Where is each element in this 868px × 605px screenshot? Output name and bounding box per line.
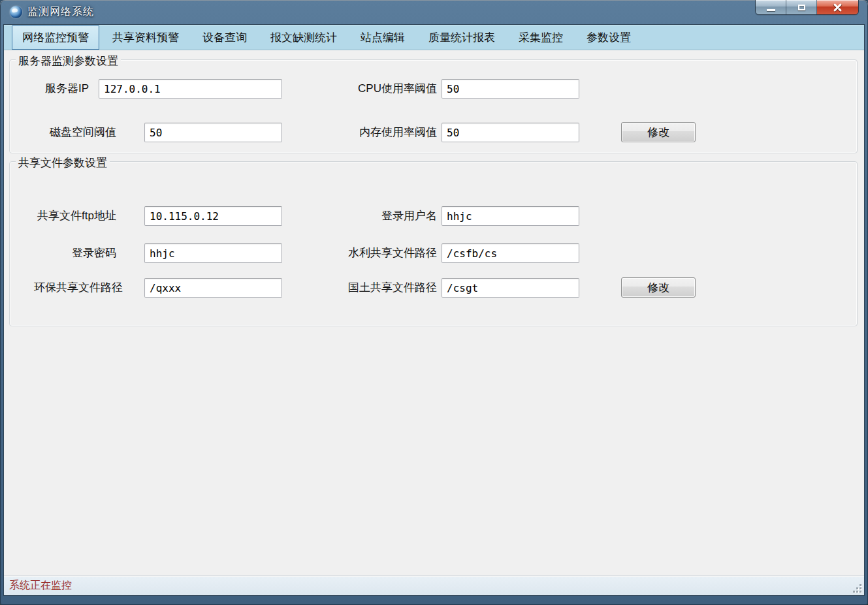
disk-threshold-input[interactable] <box>144 123 282 142</box>
tab-strip: 网络监控预警 共享资料预警 设备查询 报文缺测统计 站点编辑 质量统计报表 采集… <box>4 25 864 50</box>
minimize-button[interactable] <box>756 0 786 14</box>
maximize-button[interactable] <box>786 0 817 14</box>
server-modify-button[interactable]: 修改 <box>621 122 696 142</box>
server-params-group-title: 服务器监测参数设置 <box>16 54 121 69</box>
login-username-input[interactable] <box>442 206 579 226</box>
disk-threshold-label: 磁盘空间阈值 <box>16 123 116 142</box>
tab-network-monitor-alert[interactable]: 网络监控预警 <box>12 25 99 50</box>
ftp-address-label: 共享文件ftp地址 <box>10 206 116 226</box>
land-share-path-label: 国土共享文件路径 <box>304 278 437 298</box>
login-username-label: 登录用户名 <box>304 206 437 226</box>
status-message: 系统正在监控 <box>9 579 72 593</box>
close-button[interactable] <box>817 0 858 14</box>
env-share-path-input[interactable] <box>144 278 282 298</box>
water-share-path-label: 水利共享文件路径 <box>304 243 437 263</box>
resize-grip[interactable] <box>852 583 862 593</box>
tab-shared-data-alert[interactable]: 共享资料预警 <box>102 25 189 50</box>
window-title: 监测网络系统 <box>27 5 94 19</box>
tab-station-edit[interactable]: 站点编辑 <box>350 25 415 50</box>
close-icon <box>833 3 842 12</box>
server-ip-label: 服务器IP <box>16 79 89 99</box>
window-controls <box>756 0 858 14</box>
share-params-group-title: 共享文件参数设置 <box>16 155 110 170</box>
land-share-path-input[interactable] <box>442 278 579 298</box>
status-bar: 系统正在监控 <box>4 576 864 595</box>
tab-quality-report[interactable]: 质量统计报表 <box>418 25 506 50</box>
tab-missing-report-stats[interactable]: 报文缺测统计 <box>260 25 347 50</box>
login-password-label: 登录密码 <box>10 243 116 263</box>
app-window: 监测网络系统 网络监控预警 共享资料预警 设备查询 报文缺测统计 站点编辑 质量… <box>0 0 868 605</box>
client-area: 网络监控预警 共享资料预警 设备查询 报文缺测统计 站点编辑 质量统计报表 采集… <box>3 24 865 596</box>
titlebar[interactable]: 监测网络系统 <box>3 0 865 24</box>
server-ip-input[interactable] <box>99 79 282 99</box>
tab-device-query[interactable]: 设备查询 <box>192 25 257 50</box>
memory-threshold-input[interactable] <box>442 123 579 142</box>
memory-threshold-label: 内存使用率阈值 <box>304 123 437 142</box>
cpu-threshold-label: CPU使用率阈值 <box>304 79 437 99</box>
cpu-threshold-input[interactable] <box>442 79 579 99</box>
login-password-input[interactable] <box>144 243 282 263</box>
globe-app-icon <box>10 6 22 18</box>
network-monitor-alert-page: 服务器监测参数设置 服务器IP CPU使用率阈值 磁盘空间阈值 内存使用率阈值 … <box>4 50 864 576</box>
tab-collection-monitor[interactable]: 采集监控 <box>508 25 573 50</box>
maximize-icon <box>798 5 805 10</box>
minimize-icon <box>767 9 775 11</box>
water-share-path-input[interactable] <box>442 243 579 263</box>
ftp-address-input[interactable] <box>144 206 282 226</box>
share-modify-button[interactable]: 修改 <box>621 277 696 298</box>
tab-parameter-settings[interactable]: 参数设置 <box>576 25 641 50</box>
env-share-path-label: 环保共享文件路径 <box>10 278 123 298</box>
